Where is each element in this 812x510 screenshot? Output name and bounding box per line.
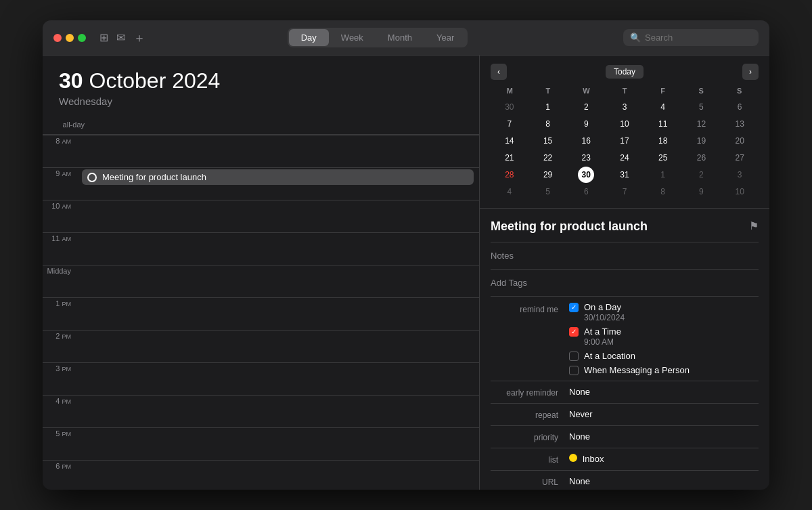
mini-cal-day[interactable]: 1	[655, 167, 671, 183]
mini-cal-day[interactable]: 20	[731, 133, 748, 149]
traffic-lights	[53, 34, 86, 42]
mini-cal-day[interactable]: 5	[693, 99, 709, 115]
tab-month[interactable]: Month	[376, 29, 424, 46]
mini-cal-day[interactable]: 29	[540, 167, 556, 183]
mini-cal-day[interactable]: 4	[655, 99, 671, 115]
at-a-location-label: At a Location	[584, 351, 635, 361]
flag-icon[interactable]: ⚑	[749, 219, 759, 232]
search-input[interactable]	[645, 33, 752, 43]
tab-year[interactable]: Year	[424, 29, 466, 46]
on-a-day-checkbox[interactable]: ✓	[569, 303, 579, 312]
mini-cal-day[interactable]: 17	[616, 133, 633, 149]
search-bar[interactable]: 🔍	[623, 29, 759, 46]
today-button[interactable]: Today	[606, 65, 644, 79]
event-block[interactable]: Meeting for product launch	[82, 169, 474, 185]
mini-cal-day[interactable]: 3	[731, 167, 748, 183]
remind-options: ✓ On a Day 30/10/2024 ✓	[569, 302, 690, 375]
time-grid[interactable]: 8 AM 9 AM Meeting for product launch 1	[43, 135, 479, 490]
time-row-1pm: 1 PM	[43, 297, 479, 330]
at-a-time-checkbox[interactable]: ✓	[569, 327, 579, 337]
mini-cal-day[interactable]: 8	[540, 116, 556, 132]
when-messaging-checkbox[interactable]	[569, 366, 579, 375]
add-event-button[interactable]: ＋	[133, 30, 145, 46]
mini-cal-day[interactable]: 7	[616, 184, 633, 200]
mini-cal-day[interactable]: 9	[578, 116, 594, 132]
url-row: URL None	[491, 470, 759, 490]
priority-label: priority	[491, 431, 558, 442]
remind-at-a-time: ✓ At a Time 9:00 AM	[569, 326, 690, 347]
sidebar-icon[interactable]: ⊞	[99, 31, 108, 44]
on-a-day-date: 30/10/2024	[569, 313, 690, 322]
mini-cal-day[interactable]: 12	[693, 116, 709, 132]
time-label-10am: 10 AM	[43, 200, 76, 210]
url-value[interactable]: None	[569, 476, 590, 486]
weekday-s1: S	[682, 85, 721, 96]
mini-cal-day[interactable]: 22	[540, 150, 556, 166]
mini-cal-day[interactable]: 25	[655, 150, 671, 166]
mini-cal-day[interactable]: 13	[731, 116, 748, 132]
list-value[interactable]: Inbox	[569, 454, 604, 464]
mini-cal-day[interactable]: 16	[578, 133, 594, 149]
tags-field[interactable]: Add Tags	[491, 275, 759, 291]
time-content-5pm	[76, 428, 479, 431]
mini-cal-day[interactable]: 2	[693, 167, 709, 183]
at-a-time-value: 9:00 AM	[569, 337, 690, 347]
mini-cal-day[interactable]: 26	[693, 150, 709, 166]
event-detail[interactable]: Meeting for product launch ⚑ Notes Add T…	[480, 209, 769, 490]
mini-cal-day[interactable]: 15	[540, 133, 556, 149]
weekday-t1: T	[529, 85, 568, 96]
mini-cal-day[interactable]: 11	[655, 116, 671, 132]
event-detail-title: Meeting for product launch	[491, 219, 648, 234]
mini-cal-day[interactable]: 14	[501, 133, 518, 149]
fullscreen-button[interactable]	[78, 34, 86, 42]
repeat-value[interactable]: Never	[569, 409, 593, 419]
mini-cal-day[interactable]: 4	[501, 184, 518, 200]
mini-cal-day[interactable]: 19	[693, 133, 709, 149]
early-reminder-value[interactable]: None	[569, 387, 590, 397]
minimize-button[interactable]	[66, 34, 74, 42]
date-header: 30 October 2024 Wednesday	[43, 56, 479, 115]
mini-cal-day[interactable]: 2	[578, 99, 594, 115]
mini-cal-day[interactable]: 10	[616, 116, 633, 132]
mini-cal-day[interactable]: 28	[501, 167, 518, 183]
list-row: list Inbox	[491, 448, 759, 470]
tab-week[interactable]: Week	[329, 29, 376, 46]
mini-cal-day[interactable]: 30	[501, 99, 518, 115]
mini-cal-day[interactable]: 27	[731, 150, 748, 166]
remind-when-messaging: When Messaging a Person	[569, 365, 690, 375]
date-year: 2024	[172, 68, 220, 93]
mini-cal-day[interactable]: 6	[578, 184, 594, 200]
prev-month-button[interactable]: ‹	[491, 64, 507, 80]
mini-cal-day[interactable]: 3	[616, 99, 633, 115]
all-day-label: all-day	[59, 121, 93, 129]
close-button[interactable]	[53, 34, 62, 42]
mini-cal-day[interactable]: 8	[655, 184, 671, 200]
mini-cal-day[interactable]: 30	[578, 167, 594, 183]
inbox-icon[interactable]: ✉	[116, 31, 125, 44]
mini-cal-day[interactable]: 7	[501, 116, 518, 132]
at-a-location-checkbox[interactable]	[569, 352, 579, 361]
mini-cal-day[interactable]: 24	[616, 150, 633, 166]
date-day: 30	[59, 68, 83, 93]
mini-cal-day[interactable]: 1	[540, 99, 556, 115]
mini-cal-day[interactable]: 6	[731, 99, 748, 115]
mini-cal-day[interactable]: 23	[578, 150, 594, 166]
mini-cal-day[interactable]: 5	[540, 184, 556, 200]
mini-cal-day[interactable]: 21	[501, 150, 518, 166]
remind-on-a-day-row: ✓ On a Day	[569, 302, 690, 312]
on-a-day-label: On a Day	[584, 302, 621, 312]
mini-cal-day[interactable]: 10	[731, 184, 748, 200]
mini-cal-day[interactable]: 31	[616, 167, 633, 183]
mini-cal-day[interactable]: 9	[693, 184, 709, 200]
notes-field[interactable]: Notes	[491, 248, 759, 263]
mini-cal-day[interactable]: 18	[655, 133, 671, 149]
mini-cal-nav: ‹	[491, 64, 507, 80]
tags-section: Add Tags	[491, 269, 759, 296]
remind-when-messaging-row: When Messaging a Person	[569, 365, 690, 375]
priority-value[interactable]: None	[569, 431, 590, 442]
mini-cal-days: 3012345678910111213141516171819202122232…	[491, 99, 759, 200]
next-month-button[interactable]: ›	[742, 64, 759, 80]
tab-day[interactable]: Day	[289, 29, 329, 46]
time-content-8am	[76, 135, 479, 138]
mini-cal-header: ‹ Today ›	[491, 64, 759, 80]
